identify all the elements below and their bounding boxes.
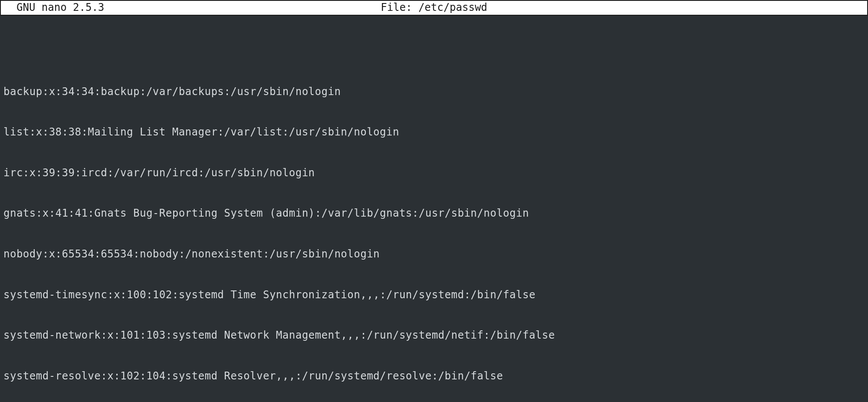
nano-editor-area[interactable]: backup:x:34:34:backup:/var/backups:/usr/… — [0, 16, 868, 402]
nano-file-label: File: /etc/passwd — [381, 1, 487, 14]
file-line: backup:x:34:34:backup:/var/backups:/usr/… — [3, 85, 865, 99]
blank-line — [3, 44, 865, 58]
file-line: systemd-timesync:x:100:102:systemd Time … — [3, 288, 865, 302]
file-line: list:x:38:38:Mailing List Manager:/var/l… — [3, 125, 865, 139]
file-line: systemd-resolve:x:102:104:systemd Resolv… — [3, 369, 865, 383]
file-line: gnats:x:41:41:Gnats Bug-Reporting System… — [3, 207, 865, 220]
nano-title-bar: GNU nano 2.5.3 File: /etc/passwd — [0, 0, 868, 16]
file-line: nobody:x:65534:65534:nobody:/nonexistent… — [3, 247, 865, 261]
file-line: irc:x:39:39:ircd:/var/run/ircd:/usr/sbin… — [3, 166, 865, 180]
file-line: systemd-network:x:101:103:systemd Networ… — [3, 329, 865, 342]
nano-app-version: GNU nano 2.5.3 — [1, 1, 104, 14]
